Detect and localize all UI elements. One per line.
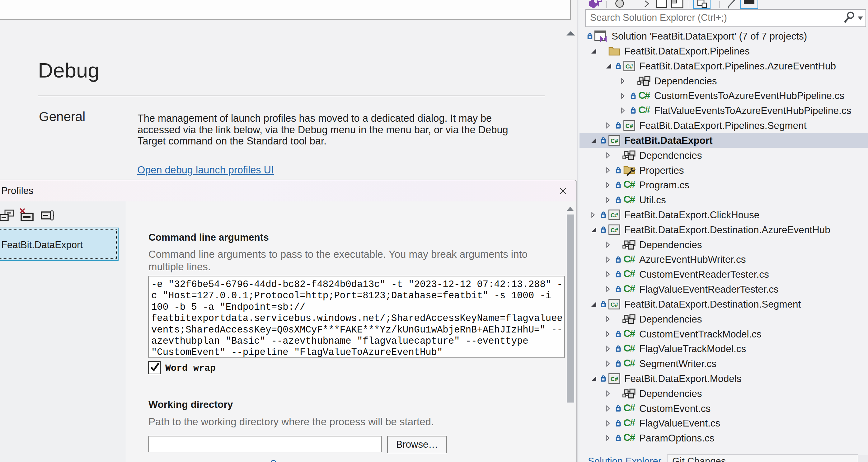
svg-text:C#: C# [611,301,618,308]
svg-text:C#: C# [611,212,618,219]
svg-text:C#: C# [611,137,618,144]
svg-text:C#: C# [611,376,618,382]
svg-text:C#: C# [625,123,633,129]
svg-text:C#: C# [625,63,633,69]
svg-text:C#: C# [611,227,618,233]
